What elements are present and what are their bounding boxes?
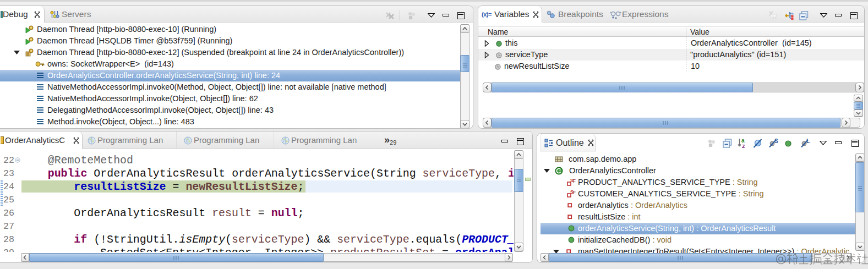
svg-text:S: S — [774, 139, 778, 144]
svg-text:F: F — [573, 190, 576, 195]
svg-text:F: F — [573, 178, 576, 184]
svg-text:L: L — [806, 139, 810, 144]
svg-text:z: z — [742, 142, 745, 149]
